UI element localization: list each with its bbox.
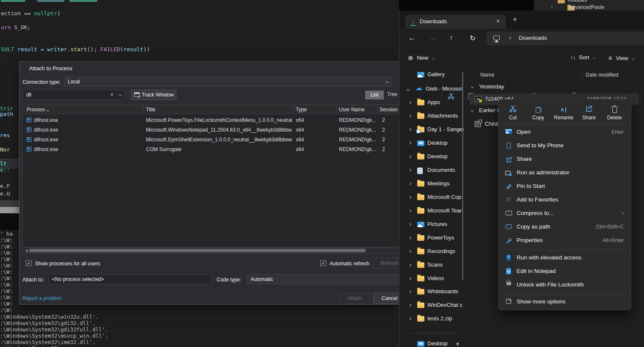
sidebar-item-meetings[interactable]: Meetings [401, 177, 462, 191]
menu-item-properties[interactable]: Properties Alt+Enter [501, 234, 629, 248]
new-button[interactable]: ⊕ New [408, 54, 434, 62]
column-divider[interactable] [143, 105, 143, 114]
sidebar-item-documents[interactable]: Documents [401, 164, 462, 177]
menu-item-share[interactable]: Share [501, 153, 629, 166]
checkbox-checked-icon[interactable] [26, 260, 32, 266]
menu-item-open[interactable]: Open Enter [501, 126, 629, 139]
horizontal-scrollbar[interactable] [22, 248, 399, 253]
sort-button[interactable]: ↑↓ Sort [570, 54, 595, 61]
copy-path-icon [506, 224, 512, 229]
sidebar-item-onedrive-root[interactable]: ☁ Gleb - Microsoft [401, 83, 462, 96]
sidebar-item-apps[interactable]: Apps [401, 96, 462, 110]
report-problem-link[interactable]: Report a problem [22, 295, 62, 301]
forward-icon[interactable]: → [429, 34, 436, 42]
sidebar-item-powertoys[interactable]: PowerToys [401, 231, 462, 245]
sidebar-item-windevchat[interactable]: WinDevChat c [401, 299, 462, 312]
column-divider[interactable] [293, 105, 294, 114]
sidebar-item-whiteboards[interactable]: Whiteboards [401, 285, 462, 299]
column-header-type[interactable]: Type [296, 107, 307, 113]
quick-cut-button[interactable]: Cut [501, 104, 525, 123]
sidebar-item-microsoft-tear[interactable]: Microsoft Tear [401, 204, 462, 218]
menu-item-pin-to-start[interactable]: Pin to Start [501, 180, 629, 193]
column-header-session[interactable]: Session [380, 107, 398, 113]
sidebar-item-videos[interactable]: Videos [401, 272, 462, 286]
breadcrumb-chevron-icon[interactable] [508, 37, 511, 39]
attach-to-input[interactable]: <No process selected> [48, 274, 211, 284]
menu-item-show-more-options[interactable]: Show more options [501, 295, 629, 309]
menu-item-compress-to[interactable]: Compress to... › [501, 207, 629, 220]
menu-item-edit-in-notepad[interactable]: Edit in Notepad [501, 265, 629, 278]
sidebar-item-tests-zip[interactable]: tests 2.zip [401, 312, 462, 326]
column-header-process[interactable]: Process ▲ [27, 107, 50, 113]
breadcrumb-downloads[interactable]: Downloads [519, 35, 547, 41]
chevron-down-icon[interactable] [119, 93, 121, 96]
sidebar-item-develop[interactable]: Develop [401, 150, 462, 164]
table-row[interactable]: dllhost.exe Microsoft.PowerToys.FileLock… [23, 116, 399, 126]
tree-toggle-button[interactable]: Tree [387, 91, 397, 97]
sidebar-scrollbar[interactable] [462, 72, 463, 280]
quick-copy-button[interactable]: Copy [526, 104, 550, 123]
sidebar-item-microsoft-cop[interactable]: Microsoft Cop [401, 191, 462, 204]
tab-downloads[interactable]: ↓ Downloads × [405, 15, 506, 29]
code-type-select[interactable]: Automatic [247, 274, 406, 284]
show-all-users-checkbox[interactable] [26, 260, 32, 266]
track-window-button[interactable]: Track Window [131, 90, 176, 100]
clear-filter-icon[interactable]: × [110, 90, 113, 99]
table-row[interactable]: dllhost.exe COM Surrogate x64 REDMOND\gk… [23, 145, 399, 155]
sidebar-item-desktop[interactable]: Desktop [401, 137, 462, 150]
code-fragment: res [0, 132, 10, 138]
chevron-down-icon[interactable] [471, 109, 473, 111]
tree-item-modules[interactable]: modules [568, 0, 587, 3]
column-header-title[interactable]: Title [146, 107, 155, 113]
column-divider[interactable] [377, 105, 377, 114]
scrollbar-thumb[interactable] [29, 249, 366, 252]
refresh-icon[interactable]: ↻ [470, 34, 476, 43]
this-pc-icon[interactable] [493, 36, 500, 40]
column-divider[interactable] [336, 105, 337, 114]
sidebar-item-attachments[interactable]: Attachments [401, 110, 462, 123]
checkbox-checked-icon[interactable] [320, 260, 326, 266]
tree-item-advancedpaste[interactable]: AdvancedPaste [569, 4, 604, 10]
connection-type-select[interactable]: Local [64, 77, 392, 87]
menu-item-label: Show more options [517, 298, 566, 305]
quick-rename-button[interactable]: Rename [551, 104, 576, 123]
sidebar-item-gallery[interactable]: Gallery [401, 68, 462, 82]
code-fragment: e.U [0, 190, 10, 197]
new-tab-icon[interactable]: + [513, 15, 517, 24]
column-header-date[interactable]: Date modified [586, 72, 618, 78]
scroll-left-arrow[interactable] [24, 249, 28, 253]
menu-item-run-as-administrator[interactable]: Run as administrator [501, 166, 629, 180]
table-row[interactable]: dllhost.exe Microsoft.WindowsNotepad_11.… [23, 126, 399, 135]
menu-item-add-to-favorites[interactable]: ☆ Add to Favorites [501, 193, 629, 207]
sidebar-item-day1[interactable]: Day 1 - Sangee [401, 123, 462, 137]
chevron-down-icon[interactable] [471, 85, 473, 88]
close-tab-icon[interactable]: × [496, 18, 500, 25]
menu-item-run-elevated[interactable]: Run with elevated access [501, 251, 629, 265]
column-header-name[interactable]: Name [480, 72, 494, 78]
address-bar[interactable]: Downloads [487, 32, 644, 45]
attach-button[interactable]: Attach [339, 293, 370, 304]
menu-item-copy-as-path[interactable]: Copy as path Ctrl+Shift+C [501, 220, 629, 234]
sidebar-item-pictures[interactable]: Pictures [401, 218, 462, 231]
list-toggle-button[interactable]: List [365, 91, 384, 99]
view-button[interactable]: ≡ View [608, 54, 634, 61]
sidebar-item-pinned-desktop[interactable]: Desktop [401, 337, 462, 347]
column-divider[interactable] [582, 70, 583, 80]
scrollbar-sliver[interactable] [0, 207, 19, 213]
auto-refresh-checkbox[interactable] [320, 260, 326, 266]
quick-share-button[interactable]: Share [577, 104, 601, 123]
up-icon[interactable]: ↑ [449, 34, 453, 42]
sidebar-item-recordings[interactable]: Recordings [401, 245, 462, 259]
table-row[interactable]: dllhost.exe Microsoft.EpmShellExtension_… [23, 135, 399, 145]
quick-delete-button[interactable]: Delete [602, 104, 627, 123]
menu-item-unlock-file-locksmith[interactable]: Unlock with File Locksmith [501, 278, 629, 292]
attach-to-label: Attach to: [22, 277, 44, 283]
sidebar-item-scans[interactable]: Scans [401, 259, 462, 272]
back-icon[interactable]: ← [408, 34, 416, 42]
output-fragment: :\W: [0, 243, 13, 250]
process-filter-input[interactable]: dll × [22, 90, 125, 100]
chevron-down-icon[interactable] [407, 88, 410, 91]
column-header-user[interactable]: User Name [339, 107, 365, 113]
menu-item-send-to-phone[interactable]: Send to My Phone [501, 139, 629, 153]
chevron-right-icon[interactable] [550, 6, 552, 8]
